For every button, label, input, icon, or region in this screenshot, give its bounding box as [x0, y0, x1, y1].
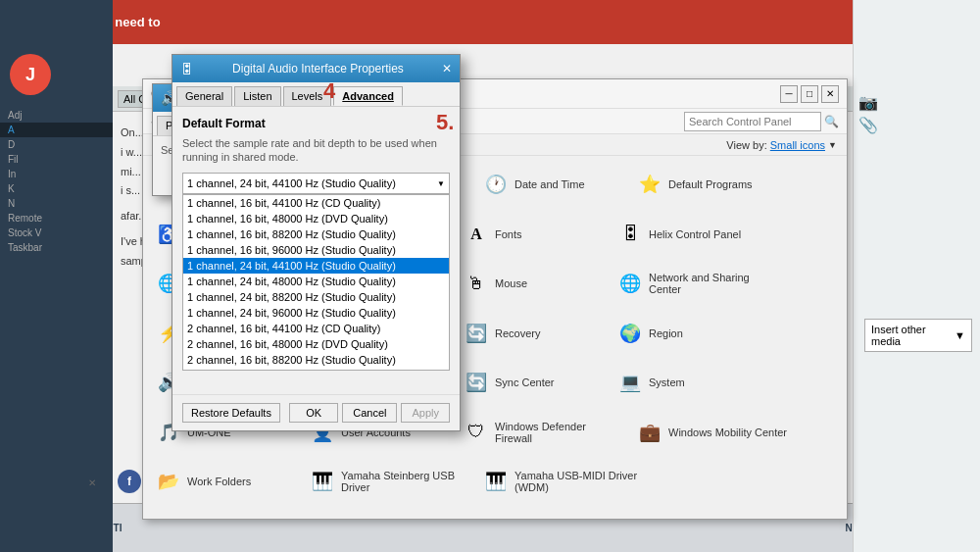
dap-option-2[interactable]: 1 channel, 16 bit, 88200 Hz (Studio Qual… [183, 226, 449, 242]
dap-option-9[interactable]: 2 channel, 16 bit, 48000 Hz (DVD Quality… [183, 336, 449, 352]
dap-option-4[interactable]: 1 channel, 24 bit, 44100 Hz (Studio Qual… [183, 258, 449, 274]
cp-item-default-programs[interactable]: ⭐ Default Programs [632, 164, 784, 205]
dap-dialog-icon: 🎛 [180, 61, 194, 76]
dap-dialog: 🎛 Digital Audio Interface Properties ✕ G… [172, 54, 461, 431]
dap-option-11[interactable]: 2 channel, 16 bit, 96000 Hz (Studio Qual… [183, 368, 449, 371]
region-icon: 🌍 [617, 321, 643, 346]
dap-footer: Restore Defaults OK Cancel Apply [172, 394, 460, 430]
dap-option-6[interactable]: 1 channel, 24 bit, 88200 Hz (Studio Qual… [183, 289, 449, 305]
cp-item-datetime[interactable]: 🕐 Date and Time [478, 164, 630, 205]
dap-tabs: General Listen Levels Advanced [172, 82, 460, 107]
dap-dropdown-selected[interactable]: 1 channel, 24 bit, 44100 Hz (Studio Qual… [182, 173, 450, 194]
dap-option-7[interactable]: 1 channel, 24 bit, 96000 Hz (Studio Qual… [183, 305, 449, 321]
sidebar-link-adj[interactable]: Adj [0, 108, 113, 123]
dap-option-5[interactable]: 1 channel, 24 bit, 48000 Hz (Studio Qual… [183, 274, 449, 289]
sidebar-link-remote[interactable]: Remote [0, 211, 113, 226]
right-panel-icons: 📷 📎 [854, 88, 980, 139]
system-icon: 💻 [617, 370, 643, 395]
dap-content: Default Format Select the sample rate an… [172, 107, 460, 208]
datetime-icon: 🕐 [483, 172, 509, 197]
cp-item-mouse[interactable]: 🖱 Mouse [459, 263, 611, 304]
cp-item-system[interactable]: 💻 System [612, 362, 764, 403]
step5-annotation: 5. [436, 110, 454, 135]
right-icon-1[interactable]: 📷 [858, 93, 975, 112]
search-icon[interactable]: 🔍 [824, 115, 839, 128]
dap-option-0[interactable]: 1 channel, 16 bit, 44100 Hz (CD Quality) [183, 195, 449, 211]
cp-search-input[interactable] [684, 112, 821, 131]
cp-item-recovery[interactable]: 🔄 Recovery [459, 313, 611, 354]
dap-action-buttons: OK Cancel Apply [289, 403, 450, 423]
cp-item-sync[interactable]: 🔄 Sync Center [459, 362, 611, 403]
sidebar-close[interactable]: ✕ [88, 477, 96, 488]
apply-button[interactable]: Apply [401, 403, 450, 423]
right-icon-2[interactable]: 📎 [858, 116, 975, 134]
sync-icon: 🔄 [464, 370, 489, 395]
cp-item-region[interactable]: 🌍 Region [612, 313, 764, 354]
cp-item-yamaha-usb[interactable]: 🎹 Yamaha USB-MIDI Driver (WDM) [478, 461, 650, 502]
dap-option-8[interactable]: 2 channel, 16 bit, 44100 Hz (CD Quality) [183, 321, 449, 336]
dap-tab-general[interactable]: General [176, 86, 232, 106]
facebook-icon[interactable]: f [118, 470, 141, 493]
dropdown-chevron: ▼ [437, 178, 445, 187]
network-icon: 🌐 [617, 271, 643, 296]
mobility-icon: 💼 [637, 420, 662, 445]
dap-option-3[interactable]: 1 channel, 16 bit, 96000 Hz (Studio Qual… [183, 242, 449, 258]
cp-item-mobility[interactable]: 💼 Windows Mobility Center [632, 412, 804, 453]
dap-format-dropdown[interactable]: 1 channel, 24 bit, 44100 Hz (Studio Qual… [182, 173, 450, 194]
forum-header: Your content will need to [0, 0, 980, 44]
cp-item-yamaha-steinberg[interactable]: 🎹 Yamaha Steinberg USB Driver [305, 461, 476, 502]
dropdown-arrow: ▼ [955, 329, 965, 341]
dap-tab-advanced[interactable]: Advanced [333, 86, 403, 106]
yamaha-usb-icon: 🎹 [483, 469, 509, 494]
default-programs-icon: ⭐ [637, 172, 662, 197]
view-mode-arrow[interactable]: ▼ [828, 140, 837, 150]
helix-icon: 🎛 [617, 222, 643, 247]
mouse-icon: 🖱 [464, 271, 489, 296]
sidebar-link-stock[interactable]: Stock V [0, 226, 113, 240]
sidebar-link-in[interactable]: In [0, 167, 113, 181]
cp-item-fonts[interactable]: A Fonts [459, 214, 611, 255]
cp-item-network[interactable]: 🌐 Network and Sharing Center [612, 263, 784, 304]
dap-description: Select the sample rate and bit depth to … [182, 136, 450, 165]
dap-option-1[interactable]: 1 channel, 16 bit, 48000 Hz (DVD Quality… [183, 211, 449, 226]
yamaha-steinberg-icon: 🎹 [310, 469, 335, 494]
right-panel: 📷 📎 Insert other media ▼ [853, 0, 980, 552]
cp-window-controls: ─ □ ✕ [780, 85, 839, 103]
step4-annotation: 4 [323, 78, 335, 104]
restore-defaults-button[interactable]: Restore Defaults [182, 403, 280, 423]
user-avatar: J [10, 54, 51, 95]
workfolders-icon: 📂 [156, 469, 181, 494]
recovery-icon: 🔄 [464, 321, 489, 346]
sidebar-links: Adj A D Fil In K N Remote Stock V Taskba… [0, 108, 113, 255]
sidebar-link-d[interactable]: D [0, 137, 113, 152]
left-sidebar: J Adj A D Fil In K N Remote Stock V Task… [0, 0, 113, 552]
cp-minimize-button[interactable]: ─ [780, 85, 798, 103]
sidebar-link-n[interactable]: N [0, 196, 113, 211]
dap-dialog-close[interactable]: ✕ [442, 62, 452, 75]
cp-search-bar: 🔍 [684, 112, 839, 131]
cp-item-firewall[interactable]: 🛡 Windows Defender Firewall [459, 412, 630, 453]
cancel-button[interactable]: Cancel [342, 403, 397, 423]
cp-maximize-button[interactable]: □ [801, 85, 818, 103]
dap-option-10[interactable]: 2 channel, 16 bit, 88200 Hz (Studio Qual… [183, 352, 449, 368]
dap-options-list: 1 channel, 16 bit, 44100 Hz (CD Quality)… [182, 194, 450, 371]
sidebar-link-taskbar[interactable]: Taskbar [0, 240, 113, 255]
firewall-icon: 🛡 [464, 420, 489, 445]
dap-section-title: Default Format [182, 117, 450, 130]
dap-dialog-title: Digital Audio Interface Properties [232, 62, 404, 75]
sidebar-link-k[interactable]: K [0, 181, 113, 196]
ok-button[interactable]: OK [289, 403, 338, 423]
insert-media-button[interactable]: Insert other media ▼ [864, 319, 972, 352]
view-mode-link[interactable]: Small icons [770, 139, 825, 151]
cp-item-workfolders[interactable]: 📂 Work Folders [151, 461, 303, 502]
sidebar-link-a[interactable]: A [0, 123, 113, 137]
dap-tab-listen[interactable]: Listen [234, 86, 280, 106]
sidebar-link-fil[interactable]: Fil [0, 152, 113, 167]
cp-item-helix[interactable]: 🎛 Helix Control Panel [612, 214, 764, 255]
dap-titlebar: 🎛 Digital Audio Interface Properties ✕ [172, 55, 460, 82]
fonts-icon: A [464, 222, 489, 247]
cp-close-button[interactable]: ✕ [821, 85, 839, 103]
